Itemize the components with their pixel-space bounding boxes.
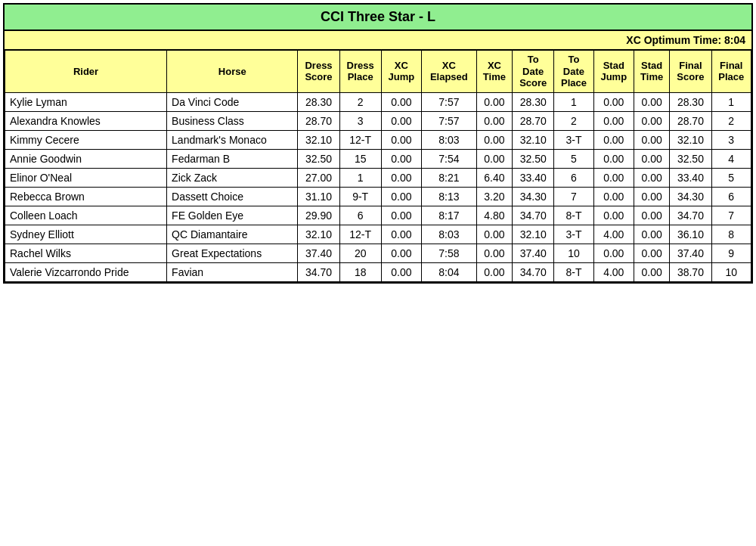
cell-rider: Elinor O'Neal (5, 168, 167, 187)
col-rider: Rider (5, 51, 167, 93)
cell-to_date_place: 2 (554, 111, 593, 130)
cell-to_date_score: 32.10 (513, 130, 554, 149)
cell-dress_score: 31.10 (298, 187, 339, 206)
cell-rider: Kimmy Cecere (5, 130, 167, 149)
col-stad-jump: StadJump (593, 51, 634, 93)
cell-final_place: 4 (711, 149, 751, 168)
cell-final_score: 32.50 (670, 149, 711, 168)
col-horse: Horse (167, 51, 298, 93)
cell-to_date_place: 1 (554, 92, 593, 111)
cell-final_place: 3 (711, 130, 751, 149)
cell-rider: Colleen Loach (5, 206, 167, 225)
cell-to_date_place: 8-T (554, 206, 593, 225)
table-row: Elinor O'NealZick Zack27.0010.008:216.40… (5, 168, 751, 187)
table-row: Kylie LymanDa Vinci Code28.3020.007:570.… (5, 92, 751, 111)
cell-xc_elapsed: 8:17 (422, 206, 477, 225)
cell-dress_place: 6 (339, 206, 381, 225)
cell-dress_place: 2 (339, 92, 381, 111)
cell-xc_time: 0.00 (476, 130, 512, 149)
cell-dress_place: 15 (339, 149, 381, 168)
cell-final_score: 33.40 (670, 168, 711, 187)
cell-final_place: 10 (711, 262, 751, 281)
cell-to_date_score: 34.70 (513, 262, 554, 281)
cell-xc_elapsed: 8:03 (422, 130, 477, 149)
cell-rider: Annie Goodwin (5, 149, 167, 168)
cell-horse: Great Expectations (167, 244, 298, 262)
cell-to_date_place: 3-T (554, 225, 593, 244)
cell-stad_time: 0.00 (634, 130, 669, 149)
table-row: Annie GoodwinFedarman B32.50150.007:540.… (5, 149, 751, 168)
cell-final_score: 34.70 (670, 206, 711, 225)
cell-horse: Dassett Choice (167, 187, 298, 206)
cell-dress_place: 18 (339, 262, 381, 281)
table-row: Alexandra KnowlesBusiness Class28.7030.0… (5, 111, 751, 130)
col-dress-place: DressPlace (339, 51, 381, 93)
cell-xc_elapsed: 7:57 (422, 92, 477, 111)
cell-horse: Favian (167, 262, 298, 281)
cell-horse: Business Class (167, 111, 298, 130)
cell-rider: Alexandra Knowles (5, 111, 167, 130)
cell-to_date_score: 28.70 (513, 111, 554, 130)
col-stad-time: StadTime (634, 51, 669, 93)
cell-stad_jump: 0.00 (593, 206, 634, 225)
cell-final_score: 38.70 (670, 262, 711, 281)
cell-stad_time: 0.00 (634, 168, 669, 187)
cell-dress_score: 29.90 (298, 206, 339, 225)
cell-to_date_score: 33.40 (513, 168, 554, 187)
cell-rider: Sydney Elliott (5, 225, 167, 244)
cell-final_place: 9 (711, 244, 751, 262)
cell-dress_place: 20 (339, 244, 381, 262)
cell-xc_jump: 0.00 (381, 225, 421, 244)
page-title: CCI Three Star - L (5, 5, 751, 31)
col-final-place: FinalPlace (711, 51, 751, 93)
cell-xc_time: 0.00 (476, 262, 512, 281)
col-final-score: FinalScore (670, 51, 711, 93)
table-row: Kimmy CecereLandmark's Monaco32.1012-T0.… (5, 130, 751, 149)
table-row: Rebecca BrownDassett Choice31.109-T0.008… (5, 187, 751, 206)
cell-xc_jump: 0.00 (381, 149, 421, 168)
cell-dress_place: 9-T (339, 187, 381, 206)
cell-final_place: 1 (711, 92, 751, 111)
cell-stad_jump: 0.00 (593, 187, 634, 206)
table-row: Colleen LoachFE Golden Eye29.9060.008:17… (5, 206, 751, 225)
cell-xc_time: 0.00 (476, 225, 512, 244)
cell-to_date_place: 7 (554, 187, 593, 206)
col-dress-score: DressScore (298, 51, 339, 93)
cell-dress_place: 1 (339, 168, 381, 187)
cell-to_date_place: 5 (554, 149, 593, 168)
cell-stad_time: 0.00 (634, 92, 669, 111)
cell-horse: Zick Zack (167, 168, 298, 187)
cell-to_date_score: 28.30 (513, 92, 554, 111)
cell-stad_time: 0.00 (634, 149, 669, 168)
cell-stad_time: 0.00 (634, 225, 669, 244)
results-table: Rider Horse DressScore DressPlace XCJump… (5, 50, 751, 282)
table-row: Valerie Vizcarrondo PrideFavian34.70180.… (5, 262, 751, 281)
cell-stad_jump: 0.00 (593, 130, 634, 149)
cell-stad_jump: 0.00 (593, 168, 634, 187)
col-xc-elapsed: XCElapsed (422, 51, 477, 93)
cell-final_score: 34.30 (670, 187, 711, 206)
cell-final_score: 37.40 (670, 244, 711, 262)
cell-horse: FE Golden Eye (167, 206, 298, 225)
cell-final_place: 8 (711, 225, 751, 244)
cell-dress_score: 27.00 (298, 168, 339, 187)
cell-xc_time: 0.00 (476, 92, 512, 111)
cell-stad_time: 0.00 (634, 206, 669, 225)
cell-stad_jump: 0.00 (593, 92, 634, 111)
cell-xc_jump: 0.00 (381, 206, 421, 225)
table-row: Sydney ElliottQC Diamantaire32.1012-T0.0… (5, 225, 751, 244)
cell-xc_time: 3.20 (476, 187, 512, 206)
col-to-date-score: ToDateScore (513, 51, 554, 93)
cell-stad_time: 0.00 (634, 111, 669, 130)
cell-horse: QC Diamantaire (167, 225, 298, 244)
cell-stad_time: 0.00 (634, 262, 669, 281)
cell-stad_time: 0.00 (634, 187, 669, 206)
cell-stad_jump: 0.00 (593, 149, 634, 168)
cell-dress_score: 28.30 (298, 92, 339, 111)
cell-xc_elapsed: 7:54 (422, 149, 477, 168)
cell-xc_jump: 0.00 (381, 111, 421, 130)
cell-xc_time: 0.00 (476, 149, 512, 168)
cell-to_date_place: 3-T (554, 130, 593, 149)
cell-xc_time: 4.80 (476, 206, 512, 225)
header-row: Rider Horse DressScore DressPlace XCJump… (5, 51, 751, 93)
